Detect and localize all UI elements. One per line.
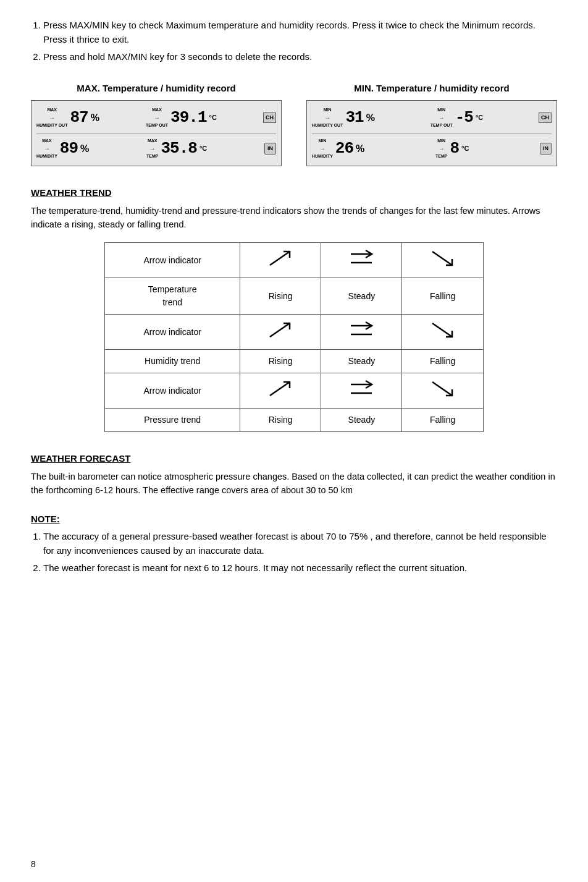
max-temp-out-value: 39.1 xyxy=(170,106,206,130)
min-humidity-in-value: 26 xyxy=(335,137,353,161)
trend-table: Arrow indicator xyxy=(104,242,483,432)
humidity-trend-falling: Falling xyxy=(402,350,483,373)
weather-forecast-heading: WEATHER FORECAST xyxy=(31,452,557,466)
temp-trend-falling: Falling xyxy=(402,278,483,315)
page-number: 8 xyxy=(31,858,36,871)
humidity-trend-rising: Rising xyxy=(240,350,321,373)
min-humidity-out-value: 31 xyxy=(345,106,363,130)
min-temp-in-value: 8 xyxy=(450,137,459,161)
falling-arrow-icon-1 xyxy=(402,243,483,278)
max-temp-out-label: TEMP OUT xyxy=(146,122,168,129)
min-humidity-in-label: HUMIDITY xyxy=(312,153,333,160)
min-temp-out-unit: °C xyxy=(476,112,483,123)
intro-item-2: Press and hold MAX/MIN key for 3 seconds… xyxy=(43,50,557,64)
table-row-arrow-1: Arrow indicator xyxy=(105,243,483,278)
max-channel-indicator: CH xyxy=(263,112,276,124)
min-temp-in-label: TEMP xyxy=(435,153,447,160)
table-row-arrow-3: Arrow indicator xyxy=(105,373,483,409)
max-humidity-in-label: HUMIDITY xyxy=(36,153,57,160)
pressure-trend-label: Pressure trend xyxy=(105,409,240,432)
min-lcd-display: MIN → HUMIDITY OUT 31 % MIN → TEMP OUT -… xyxy=(306,100,557,166)
intro-list: Press MAX/MIN key to check Maximum tempe… xyxy=(31,19,557,64)
min-humidity-out-label: HUMIDITY OUT xyxy=(312,122,343,129)
min-temp-in-unit: °C xyxy=(461,143,469,154)
arrow-indicator-label-3: Arrow indicator xyxy=(105,373,240,409)
pressure-trend-rising: Rising xyxy=(240,409,321,432)
max-temp-out-unit: °C xyxy=(209,112,217,123)
weather-trend-heading: WEATHER TREND xyxy=(31,186,557,200)
note-heading: NOTE: xyxy=(31,512,557,527)
steady-arrow-icon-3 xyxy=(321,373,402,409)
min-humidity-in-unit: % xyxy=(356,142,364,156)
max-humidity-out-label: HUMIDITY OUT xyxy=(36,122,67,129)
temp-trend-rising: Rising xyxy=(240,278,321,315)
table-row-arrow-2: Arrow indicator xyxy=(105,315,483,350)
falling-arrow-icon-2 xyxy=(402,315,483,350)
record-section: MAX. Temperature / humidity record MAX →… xyxy=(31,82,557,167)
max-humidity-in-unit: % xyxy=(80,142,89,156)
falling-arrow-icon-3 xyxy=(402,373,483,409)
weather-forecast-description: The built-in barometer can notice atmosp… xyxy=(31,470,557,498)
rising-arrow-icon-2 xyxy=(240,315,321,350)
intro-item-1: Press MAX/MIN key to check Maximum tempe… xyxy=(43,19,557,46)
max-in-indicator: IN xyxy=(264,143,276,155)
min-row1: MIN → HUMIDITY OUT 31 % MIN → TEMP OUT -… xyxy=(312,104,552,131)
max-humidity-out-value: 87 xyxy=(70,106,88,130)
arrow-indicator-label-1: Arrow indicator xyxy=(105,243,240,278)
max-row1: MAX → HUMIDITY OUT 87 % MAX → TEMP OUT 3… xyxy=(36,104,276,131)
max-row2: MAX → HUMIDITY 89 % MAX → TEMP 35.8 °C xyxy=(36,134,276,162)
table-row-humidity-trend: Humidity trend Rising Steady Falling xyxy=(105,350,483,373)
min-record-block: MIN. Temperature / humidity record MIN →… xyxy=(306,82,557,167)
min-temp-out-value: -5 xyxy=(455,106,473,130)
max-temp-in-label: TEMP xyxy=(146,153,158,160)
max-temp-in-unit: °C xyxy=(200,143,207,154)
pressure-trend-steady: Steady xyxy=(321,409,402,432)
min-humidity-out-unit: % xyxy=(366,111,375,125)
min-record-title: MIN. Temperature / humidity record xyxy=(306,82,557,96)
humidity-trend-label: Humidity trend xyxy=(105,350,240,373)
note-item-2: The weather forecast is meant for next 6… xyxy=(43,561,557,575)
max-temp-in-value: 35.8 xyxy=(161,137,196,161)
max-record-block: MAX. Temperature / humidity record MAX →… xyxy=(31,82,282,167)
max-humidity-out-unit: % xyxy=(91,111,99,125)
weather-trend-section: WEATHER TREND The temperature-trend, hum… xyxy=(31,186,557,432)
temp-trend-label: Temperaturetrend xyxy=(105,278,240,315)
rising-arrow-icon-1 xyxy=(240,243,321,278)
pressure-trend-falling: Falling xyxy=(402,409,483,432)
table-row-pressure-trend: Pressure trend Rising Steady Falling xyxy=(105,409,483,432)
min-channel-indicator: CH xyxy=(539,112,552,124)
rising-arrow-icon-3 xyxy=(240,373,321,409)
note-list: The accuracy of a general pressure-based… xyxy=(43,530,557,575)
weather-forecast-section: WEATHER FORECAST The built-in barometer … xyxy=(31,452,557,497)
max-lcd-display: MAX → HUMIDITY OUT 87 % MAX → TEMP OUT 3… xyxy=(31,100,282,166)
note-item-1: The accuracy of a general pressure-based… xyxy=(43,530,557,558)
steady-arrow-icon-2 xyxy=(321,315,402,350)
table-row-temp-trend: Temperaturetrend Rising Steady Falling xyxy=(105,278,483,315)
max-humidity-in-value: 89 xyxy=(60,137,78,161)
humidity-trend-steady: Steady xyxy=(321,350,402,373)
steady-arrow-icon-1 xyxy=(321,243,402,278)
weather-trend-description: The temperature-trend, humidity-trend an… xyxy=(31,204,557,232)
arrow-indicator-label-2: Arrow indicator xyxy=(105,315,240,350)
min-temp-out-label: TEMP OUT xyxy=(430,122,453,129)
max-record-title: MAX. Temperature / humidity record xyxy=(31,82,282,96)
min-in-indicator: IN xyxy=(540,143,552,155)
note-section: NOTE: The accuracy of a general pressure… xyxy=(31,512,557,575)
min-row2: MIN → HUMIDITY 26 % MIN → TEMP 8 °C xyxy=(312,134,552,162)
temp-trend-steady: Steady xyxy=(321,278,402,315)
